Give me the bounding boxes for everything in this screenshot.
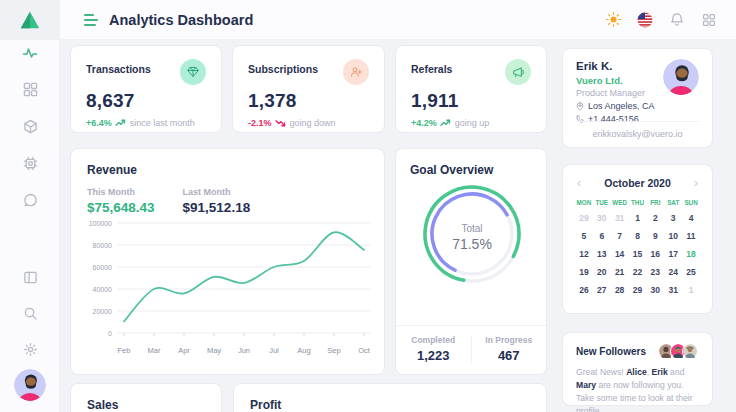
calendar-day[interactable]: 3 bbox=[664, 210, 682, 227]
sidebar-item-search[interactable] bbox=[22, 305, 39, 322]
svg-text:Jun: Jun bbox=[238, 346, 250, 355]
calendar-day[interactable]: 1 bbox=[682, 282, 700, 299]
sidebar-item-components[interactable] bbox=[22, 155, 39, 172]
goal-inner-arc bbox=[419, 181, 525, 287]
calendar-day[interactable]: 11 bbox=[682, 228, 700, 245]
calendar-day[interactable]: 7 bbox=[611, 228, 629, 245]
goal-completed: Completed 1,223 bbox=[396, 335, 472, 363]
notifications-button[interactable] bbox=[669, 12, 685, 28]
profile-phone: +1 444-5156 bbox=[588, 114, 639, 124]
svg-text:80000: 80000 bbox=[93, 242, 113, 249]
last-month-label: Last Month bbox=[183, 187, 251, 197]
profit-card: Profit bbox=[233, 383, 547, 412]
triangle-logo-icon bbox=[19, 9, 41, 31]
calendar-day[interactable]: 12 bbox=[575, 246, 593, 263]
sidebar-item-settings[interactable] bbox=[22, 341, 39, 358]
calendar-day[interactable]: 23 bbox=[646, 264, 664, 281]
calendar-day[interactable]: 22 bbox=[629, 264, 647, 281]
calendar-day[interactable]: 24 bbox=[664, 264, 682, 281]
follower-avatar-mary[interactable] bbox=[682, 343, 699, 360]
calendar-day[interactable]: 29 bbox=[629, 282, 647, 299]
svg-text:60000: 60000 bbox=[93, 264, 113, 271]
calendar-day[interactable]: 29 bbox=[575, 210, 593, 227]
calendar-day[interactable]: 4 bbox=[682, 210, 700, 227]
sidebar-item-packages[interactable] bbox=[22, 118, 39, 135]
sidebar-item-dashboard[interactable] bbox=[22, 44, 39, 61]
stat-card-subscriptions: Subscriptions 1,378 -2.1% going down bbox=[232, 45, 385, 133]
calendar-day[interactable]: 10 bbox=[664, 228, 682, 245]
erik-avatar-icon bbox=[14, 369, 46, 401]
profile-avatar[interactable] bbox=[663, 59, 699, 95]
profile-location: Los Angeles, CA bbox=[588, 101, 655, 111]
calendar-grid: MONTUEWEDTHUFRISATSUN2930311234567891011… bbox=[575, 197, 700, 299]
calendar-day[interactable]: 27 bbox=[593, 282, 611, 299]
calendar-day[interactable]: 31 bbox=[611, 210, 629, 227]
calendar-day[interactable]: 19 bbox=[575, 264, 593, 281]
apps-grid-icon bbox=[702, 13, 716, 27]
quick-apps-button[interactable] bbox=[701, 12, 717, 28]
followers-avatars[interactable] bbox=[658, 343, 699, 360]
calendar-day[interactable]: 25 bbox=[682, 264, 700, 281]
svg-text:Oct: Oct bbox=[358, 346, 371, 355]
sidebar-item-apps[interactable] bbox=[22, 81, 39, 98]
calendar-day[interactable]: 15 bbox=[629, 246, 647, 263]
megaphone-icon bbox=[505, 59, 531, 85]
calendar-day[interactable]: 26 bbox=[575, 282, 593, 299]
chip-icon bbox=[23, 156, 38, 171]
trend-down-icon bbox=[275, 119, 286, 127]
sales-card: Sales bbox=[70, 383, 222, 412]
calendar-day[interactable]: 16 bbox=[646, 246, 664, 263]
stat-card-transactions: Transactions 8,637 +6.4% since last mont… bbox=[70, 45, 222, 133]
svg-text:100000: 100000 bbox=[89, 220, 112, 227]
calendar-day[interactable]: 20 bbox=[593, 264, 611, 281]
calendar-day[interactable]: 30 bbox=[593, 210, 611, 227]
calendar-day[interactable]: 8 bbox=[629, 228, 647, 245]
calendar-day[interactable]: 17 bbox=[664, 246, 682, 263]
new-followers-card: New Followers Great News! Alice, Erik an… bbox=[562, 332, 713, 406]
this-month-value: $75,648.43 bbox=[87, 200, 155, 215]
stat-delta: +4.2% bbox=[411, 118, 451, 128]
calendar-day[interactable]: 31 bbox=[664, 282, 682, 299]
chevron-right-icon[interactable]: › bbox=[692, 177, 700, 189]
goal-outer-arc bbox=[418, 180, 527, 289]
sidebar-item-messages[interactable] bbox=[22, 192, 39, 209]
calendar-day[interactable]: 9 bbox=[646, 228, 664, 245]
calendar-day[interactable]: 28 bbox=[611, 282, 629, 299]
goal-overview-card: Goal Overview Total 71.5% Completed 1,22… bbox=[395, 148, 547, 375]
sidebar-item-panels[interactable] bbox=[22, 269, 39, 286]
calendar-day[interactable]: 6 bbox=[593, 228, 611, 245]
followers-message: Great News! Alice, Erik and Mary are now… bbox=[576, 366, 699, 412]
calendar-day[interactable]: 2 bbox=[646, 210, 664, 227]
gem-icon bbox=[180, 59, 206, 85]
calendar-day[interactable]: 14 bbox=[611, 246, 629, 263]
calendar-day[interactable]: 1 bbox=[629, 210, 647, 227]
stat-value: 1,911 bbox=[411, 90, 531, 112]
app-logo[interactable] bbox=[0, 0, 60, 40]
theme-toggle-button[interactable] bbox=[605, 12, 621, 28]
calendar-day-header: TUE bbox=[593, 197, 611, 209]
calendar-day[interactable]: 5 bbox=[575, 228, 593, 245]
cube-icon bbox=[23, 119, 38, 134]
calendar-day-header: SUN bbox=[682, 197, 700, 209]
svg-text:Mar: Mar bbox=[148, 346, 161, 355]
stat-value: 1,378 bbox=[248, 90, 369, 112]
svg-text:Apr: Apr bbox=[178, 346, 190, 355]
us-flag-icon bbox=[637, 12, 653, 28]
calendar-day[interactable]: 30 bbox=[646, 282, 664, 299]
this-month-label: This Month bbox=[87, 187, 155, 197]
goal-in-progress: In Progress 467 bbox=[472, 335, 547, 363]
trend-up-icon bbox=[115, 119, 126, 127]
language-selector-button[interactable] bbox=[637, 12, 653, 28]
calendar-day[interactable]: 13 bbox=[593, 246, 611, 263]
calendar-day[interactable]: 21 bbox=[611, 264, 629, 281]
calendar-day-selected[interactable]: 18 bbox=[682, 246, 700, 263]
gear-icon bbox=[23, 342, 38, 357]
menu-toggle-icon[interactable] bbox=[84, 14, 98, 26]
stat-note: since last month bbox=[130, 118, 195, 128]
stat-label: Subscriptions bbox=[248, 59, 318, 75]
chevron-left-icon[interactable]: ‹ bbox=[575, 177, 583, 189]
profile-email[interactable]: erikkovalsky@vuero.io bbox=[563, 129, 712, 139]
sidebar-user-avatar[interactable] bbox=[14, 369, 46, 401]
goal-gauge-chart bbox=[417, 179, 527, 289]
divider bbox=[576, 121, 699, 122]
